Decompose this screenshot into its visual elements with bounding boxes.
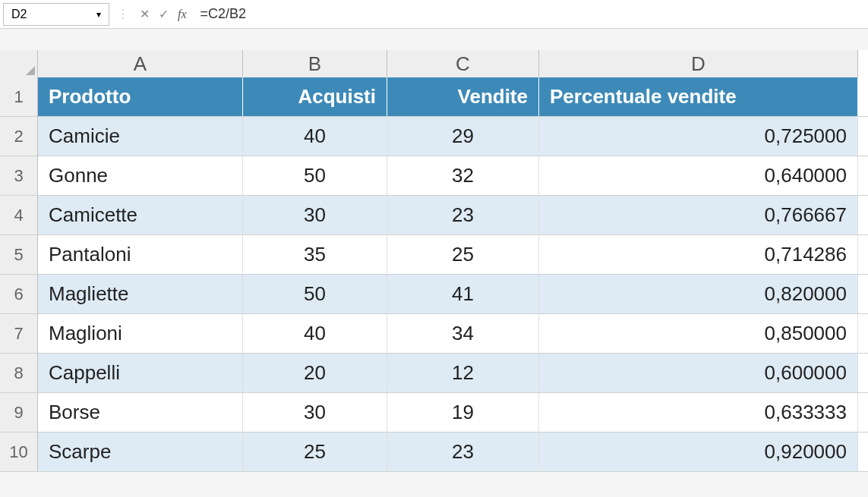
cell-acquisti[interactable]: 40 xyxy=(243,117,387,156)
table-row: 5 Pantaloni 35 25 0,714286 xyxy=(0,235,868,275)
cell-acquisti[interactable]: 50 xyxy=(243,275,387,313)
row-header[interactable]: 6 xyxy=(0,275,38,313)
cell-acquisti[interactable]: 50 xyxy=(243,156,387,195)
column-header-B[interactable]: B xyxy=(243,50,387,77)
column-headers-row: A B C D xyxy=(0,50,868,77)
cell-acquisti[interactable]: 35 xyxy=(243,235,387,274)
triangle-icon xyxy=(26,66,35,75)
cell-prodotto[interactable]: Maglioni xyxy=(38,314,243,353)
table-row: 3 Gonne 50 32 0,640000 xyxy=(0,156,868,196)
header-acquisti[interactable]: Acquisti xyxy=(243,77,387,116)
cell-percentuale[interactable]: 0,633333 xyxy=(539,393,858,432)
table-row: 9 Borse 30 19 0,633333 xyxy=(0,393,868,433)
table-row: 7 Maglioni 40 34 0,850000 xyxy=(0,314,868,354)
cell-vendite[interactable]: 19 xyxy=(387,393,539,432)
cancel-icon[interactable]: ✕ xyxy=(140,7,150,21)
cell-prodotto[interactable]: Pantaloni xyxy=(38,235,243,274)
cell-percentuale[interactable]: 0,714286 xyxy=(539,235,858,274)
chevron-down-icon[interactable]: ▾ xyxy=(96,9,101,20)
column-header-C[interactable]: C xyxy=(387,50,539,77)
cell-prodotto[interactable]: Borse xyxy=(38,393,243,432)
cell-acquisti[interactable]: 40 xyxy=(243,314,387,353)
cell-percentuale[interactable]: 0,850000 xyxy=(539,314,858,353)
cell-prodotto[interactable]: Cappelli xyxy=(38,354,243,392)
cell-vendite[interactable]: 25 xyxy=(387,235,539,274)
divider-icon: ⋮ xyxy=(117,7,129,21)
cell-percentuale[interactable]: 0,766667 xyxy=(539,196,858,234)
cell-vendite[interactable]: 41 xyxy=(387,275,539,313)
cell-vendite[interactable]: 23 xyxy=(387,433,539,471)
cell-prodotto[interactable]: Magliette xyxy=(38,275,243,313)
table-header-row: 1 Prodotto Acquisti Vendite Percentuale … xyxy=(0,77,868,117)
cell-vendite[interactable]: 29 xyxy=(387,117,539,156)
cell-prodotto[interactable]: Scarpe xyxy=(38,433,243,471)
cell-vendite[interactable]: 32 xyxy=(387,156,539,195)
header-prodotto[interactable]: Prodotto xyxy=(38,77,243,116)
row-header[interactable]: 7 xyxy=(0,314,38,353)
header-vendite[interactable]: Vendite xyxy=(387,77,539,116)
cell-percentuale[interactable]: 0,920000 xyxy=(539,433,858,471)
formula-bar-icons: ⋮ ✕ ✓ fx xyxy=(109,7,193,21)
header-percentuale[interactable]: Percentuale vendite xyxy=(539,77,858,116)
name-box-value: D2 xyxy=(11,8,27,21)
cell-acquisti[interactable]: 25 xyxy=(243,433,387,471)
fx-icon[interactable]: fx xyxy=(178,8,187,21)
cell-acquisti[interactable]: 30 xyxy=(243,393,387,432)
table-row: 10 Scarpe 25 23 0,920000 xyxy=(0,433,868,472)
cell-prodotto[interactable]: Camicette xyxy=(38,196,243,234)
select-all-corner[interactable] xyxy=(0,50,38,77)
column-header-A[interactable]: A xyxy=(38,50,243,77)
cell-acquisti[interactable]: 30 xyxy=(243,196,387,234)
name-box[interactable]: D2 ▾ xyxy=(3,3,109,26)
row-header[interactable]: 10 xyxy=(0,433,38,471)
row-header[interactable]: 2 xyxy=(0,117,38,156)
formula-bar: D2 ▾ ⋮ ✕ ✓ fx =C2/B2 xyxy=(0,0,868,29)
row-header[interactable]: 3 xyxy=(0,156,38,195)
cell-percentuale[interactable]: 0,600000 xyxy=(539,354,858,392)
spreadsheet-grid: A B C D 1 Prodotto Acquisti Vendite Perc… xyxy=(0,50,868,472)
cell-prodotto[interactable]: Gonne xyxy=(38,156,243,195)
table-row: 4 Camicette 30 23 0,766667 xyxy=(0,196,868,235)
table-row: 6 Magliette 50 41 0,820000 xyxy=(0,275,868,314)
cell-vendite[interactable]: 12 xyxy=(387,354,539,392)
cell-percentuale[interactable]: 0,640000 xyxy=(539,156,858,195)
cell-vendite[interactable]: 34 xyxy=(387,314,539,353)
confirm-icon[interactable]: ✓ xyxy=(159,7,169,21)
cell-acquisti[interactable]: 20 xyxy=(243,354,387,392)
row-header[interactable]: 9 xyxy=(0,393,38,432)
cell-percentuale[interactable]: 0,725000 xyxy=(539,117,858,156)
cell-prodotto[interactable]: Camicie xyxy=(38,117,243,156)
table-row: 2 Camicie 40 29 0,725000 xyxy=(0,117,868,156)
row-header[interactable]: 1 xyxy=(0,77,38,116)
table-row: 8 Cappelli 20 12 0,600000 xyxy=(0,354,868,393)
row-header[interactable]: 4 xyxy=(0,196,38,234)
row-header[interactable]: 5 xyxy=(0,235,38,274)
row-header[interactable]: 8 xyxy=(0,354,38,392)
formula-input[interactable]: =C2/B2 xyxy=(193,3,868,25)
column-header-D[interactable]: D xyxy=(539,50,858,77)
cell-vendite[interactable]: 23 xyxy=(387,196,539,234)
cell-percentuale[interactable]: 0,820000 xyxy=(539,275,858,313)
